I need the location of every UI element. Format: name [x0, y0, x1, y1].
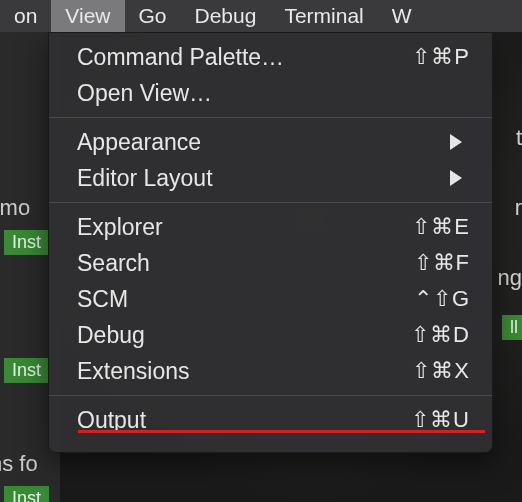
menu-item-label: Appearance — [77, 129, 450, 156]
dropdown-section-3: Explorer ⇧⌘E Search ⇧⌘F SCM ⌃⇧G Debug ⇧⌘… — [49, 202, 492, 395]
menu-appearance[interactable]: Appearance — [49, 124, 492, 160]
menu-search[interactable]: Search ⇧⌘F — [49, 245, 492, 281]
menu-item-shortcut: ⌃⇧G — [414, 286, 470, 312]
bg-code-r: r — [515, 195, 522, 221]
menubar: on View Go Debug Terminal W — [0, 0, 522, 32]
menu-item-shortcut: ⇧⌘E — [412, 214, 470, 240]
menu-debug-view[interactable]: Debug ⇧⌘D — [49, 317, 492, 353]
dropdown-section-2: Appearance Editor Layout — [49, 117, 492, 202]
menu-partial-right[interactable]: W — [378, 0, 426, 32]
menu-item-label: Editor Layout — [77, 165, 450, 192]
menu-extensions[interactable]: Extensions ⇧⌘X — [49, 353, 492, 389]
bg-code-t: t — [516, 125, 522, 151]
bg-code-ng: ng — [498, 265, 522, 291]
menu-view[interactable]: View — [51, 0, 124, 32]
menu-item-shortcut: ⇧⌘P — [412, 44, 470, 70]
menu-item-partial[interactable]: on — [0, 0, 51, 32]
menu-go[interactable]: Go — [125, 0, 181, 32]
menu-editor-layout[interactable]: Editor Layout — [49, 160, 492, 196]
menu-item-shortcut: ⇧⌘X — [412, 358, 470, 384]
bg-text-nsfo: ns fo — [0, 451, 38, 477]
dropdown-section-1: Command Palette… ⇧⌘P Open View… — [49, 33, 492, 117]
install-button-3[interactable]: Inst — [4, 486, 49, 502]
menu-command-palette[interactable]: Command Palette… ⇧⌘P — [49, 39, 492, 75]
submenu-arrow-icon — [450, 134, 462, 150]
menu-item-label: Debug — [77, 322, 411, 349]
bg-install-badge[interactable]: ll — [502, 315, 522, 340]
install-button-1[interactable]: Inst — [4, 230, 49, 255]
menu-item-label: Extensions — [77, 358, 412, 385]
menu-item-label: Search — [77, 250, 414, 277]
menu-scm[interactable]: SCM ⌃⇧G — [49, 281, 492, 317]
menu-terminal[interactable]: Terminal — [270, 0, 377, 32]
menu-item-label: Command Palette… — [77, 44, 412, 71]
menu-item-label: Explorer — [77, 214, 412, 241]
menu-explorer[interactable]: Explorer ⇧⌘E — [49, 209, 492, 245]
dropdown-section-4: Output ⇧⌘U — [49, 395, 492, 444]
menu-item-label: Open View… — [77, 80, 470, 107]
menu-item-shortcut: ⇧⌘F — [414, 250, 470, 276]
bg-text-remote: remo — [0, 195, 30, 221]
menu-item-label: SCM — [77, 286, 414, 313]
install-button-2[interactable]: Inst — [4, 358, 49, 383]
highlight-underline — [78, 430, 485, 433]
submenu-arrow-icon — [450, 170, 462, 186]
view-dropdown: Command Palette… ⇧⌘P Open View… Appearan… — [48, 32, 493, 453]
menu-item-shortcut: ⇧⌘D — [411, 322, 470, 348]
menu-debug[interactable]: Debug — [181, 0, 271, 32]
menu-open-view[interactable]: Open View… — [49, 75, 492, 111]
